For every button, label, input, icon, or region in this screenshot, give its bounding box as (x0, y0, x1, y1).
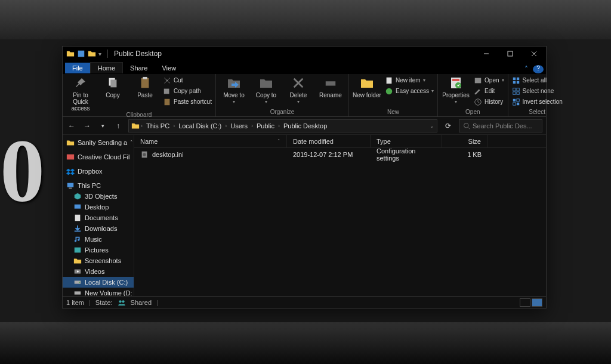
ribbon-tabs: File Home Share View ˄ ? (63, 61, 546, 74)
nav-item-local-disk-c[interactable]: Local Disk (C:) (63, 277, 134, 288)
nav-item-pictures[interactable]: Pictures (63, 245, 134, 255)
column-header-type[interactable]: Type (371, 135, 442, 147)
new-folder-button[interactable]: New folder (353, 75, 381, 98)
tab-file[interactable]: File (65, 63, 90, 73)
up-button[interactable]: ↑ (113, 122, 124, 130)
open-button[interactable]: Open ▾ (474, 75, 504, 85)
rename-icon (323, 75, 338, 91)
svg-rect-21 (516, 81, 519, 83)
svg-point-30 (464, 123, 469, 128)
svg-rect-29 (513, 102, 515, 104)
address-bar: ← → ▾ ↑ › This PC› Local Disk (C:)› User… (63, 117, 546, 135)
svg-point-41 (79, 282, 81, 283)
ribbon-group-open: Properties ▾ Open ▾ Edit History Open (438, 74, 508, 116)
search-input[interactable]: Search Public Des... (459, 119, 542, 132)
easy-access-button[interactable]: Easy access ▾ (385, 86, 434, 96)
nav-item-sanity[interactable]: Sanity Sending a˄ (63, 137, 134, 148)
refresh-button[interactable]: ⟳ (442, 122, 454, 130)
qat-properties-icon[interactable] (77, 50, 85, 58)
copy-path-button[interactable]: Copy path (163, 86, 212, 96)
breadcrumb-item[interactable]: Local Disk (C:) (176, 122, 224, 129)
search-icon (463, 122, 470, 129)
svg-rect-9 (164, 88, 169, 94)
breadcrumb-item[interactable]: Public (254, 122, 277, 129)
breadcrumb[interactable]: › This PC› Local Disk (C:)› Users› Publi… (128, 119, 437, 132)
select-none-button[interactable]: Select none (512, 86, 563, 96)
column-header-name[interactable]: Name˄ (134, 135, 287, 147)
svg-rect-26 (513, 98, 515, 101)
rename-button[interactable]: Rename (316, 75, 345, 98)
ribbon-group-organize: Move to ▾ Copy to ▾ Delete ▾ Rename (216, 74, 349, 116)
nav-item-new-volume[interactable]: New Volume (D: (63, 288, 134, 296)
properties-button[interactable]: Properties ▾ (442, 75, 470, 105)
cut-button[interactable]: Cut (163, 75, 212, 85)
nav-item-3d-objects[interactable]: 3D Objects (63, 191, 134, 202)
history-button[interactable]: History (474, 97, 504, 107)
column-header-date[interactable]: Date modified (287, 135, 371, 147)
move-to-button[interactable]: Move to ▾ (220, 75, 248, 105)
paste-shortcut-button[interactable]: Paste shortcut (163, 97, 212, 107)
breadcrumb-item[interactable]: This PC (144, 122, 172, 129)
nav-item-desktop[interactable]: Desktop (63, 202, 134, 212)
help-icon[interactable]: ? (533, 65, 544, 73)
tab-share[interactable]: Share (123, 63, 155, 73)
tab-home[interactable]: Home (90, 62, 123, 73)
tab-view[interactable]: View (155, 63, 183, 73)
navigation-pane[interactable]: Sanity Sending a˄ Creative Cloud Fil Dro… (63, 135, 134, 296)
minimize-button[interactable] (474, 47, 498, 61)
svg-rect-20 (513, 81, 515, 83)
back-button[interactable]: ← (66, 122, 77, 130)
pin-icon (73, 75, 88, 91)
svg-rect-7 (141, 78, 149, 88)
maximize-button[interactable] (498, 47, 522, 61)
view-details-button[interactable] (520, 298, 530, 307)
file-row[interactable]: desktop.ini 2019-12-07 2:12 PM Configura… (134, 148, 546, 161)
nav-item-screenshots[interactable]: Screenshots (63, 255, 134, 266)
delete-button[interactable]: Delete ▾ (284, 75, 313, 105)
copy-to-button[interactable]: Copy to ▾ (252, 75, 280, 105)
select-all-button[interactable]: Select all (512, 75, 563, 85)
svg-rect-22 (513, 88, 515, 90)
window-title: Public Desktop (114, 50, 162, 58)
svg-rect-8 (143, 77, 147, 79)
invert-selection-button[interactable]: Invert selection (512, 97, 563, 107)
nav-item-this-pc[interactable]: This PC (63, 180, 134, 191)
downloads-icon (73, 224, 82, 233)
nav-item-videos[interactable]: Videos (63, 266, 134, 277)
documents-icon (73, 214, 82, 222)
close-button[interactable] (522, 47, 546, 61)
dropbox-icon (66, 167, 75, 175)
qat-folder-icon[interactable] (88, 50, 96, 58)
ini-file-icon (140, 150, 149, 159)
delete-icon (291, 75, 306, 91)
nav-item-dropbox[interactable]: Dropbox (63, 166, 134, 177)
cut-icon (163, 76, 171, 85)
svg-point-44 (143, 153, 146, 156)
breadcrumb-item[interactable]: Public Desktop (281, 122, 329, 129)
folder-icon (66, 138, 75, 147)
new-item-button[interactable]: New item ▾ (385, 75, 434, 85)
column-header-size[interactable]: Size (442, 135, 487, 147)
ribbon-expand-icon[interactable]: ˄ (521, 65, 532, 73)
breadcrumb-dropdown-icon[interactable]: ⌄ (430, 123, 434, 129)
nav-item-downloads[interactable]: Downloads (63, 223, 134, 234)
pin-quick-access-button[interactable]: Pin to Quick access (66, 75, 95, 112)
forward-button[interactable]: → (82, 122, 92, 130)
explorer-window: ▾ Public Desktop File Home Share View ˄ … (62, 46, 547, 309)
svg-line-31 (468, 127, 470, 129)
svg-point-13 (386, 88, 393, 94)
nav-item-creative-cloud[interactable]: Creative Cloud Fil (63, 152, 134, 162)
nav-item-documents[interactable]: Documents (63, 212, 134, 223)
svg-rect-6 (110, 80, 116, 88)
view-large-icons-button[interactable] (532, 298, 542, 307)
qat-dropdown-icon[interactable]: ▾ (98, 51, 101, 57)
edit-icon (474, 87, 482, 95)
recent-locations-button[interactable]: ▾ (97, 123, 108, 129)
copy-button[interactable]: Copy (98, 75, 127, 98)
edit-button[interactable]: Edit (474, 86, 504, 96)
svg-rect-12 (387, 77, 392, 84)
paste-button[interactable]: Paste (131, 75, 159, 98)
nav-item-music[interactable]: Music (63, 234, 134, 245)
breadcrumb-item[interactable]: Users (228, 122, 250, 129)
svg-rect-2 (508, 51, 513, 56)
